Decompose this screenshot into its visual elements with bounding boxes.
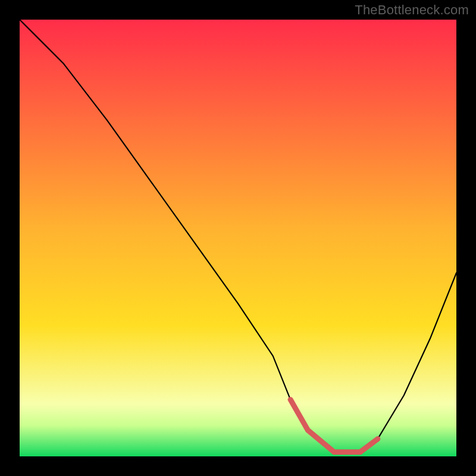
bottleneck-chart xyxy=(20,20,456,456)
watermark-text: TheBottleneck.com xyxy=(355,2,469,18)
gradient-background xyxy=(20,20,456,456)
